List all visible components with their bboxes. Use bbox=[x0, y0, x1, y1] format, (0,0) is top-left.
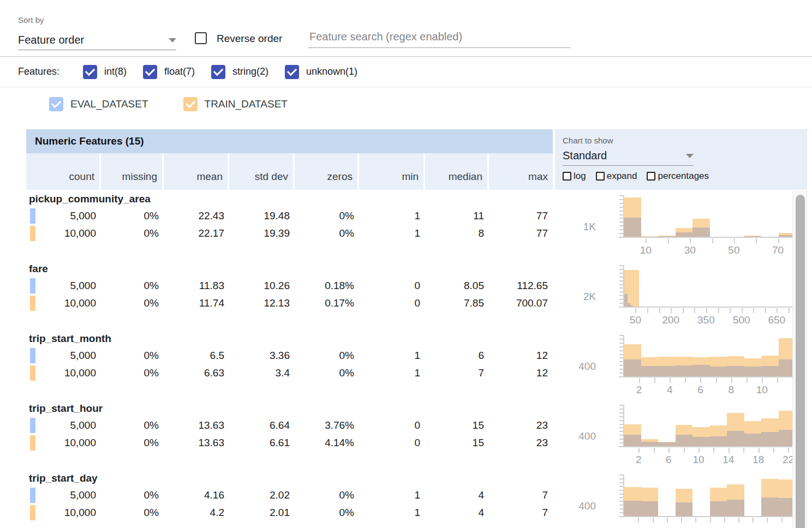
dataset-swatch bbox=[30, 435, 35, 451]
stat-value: 22.43 bbox=[164, 207, 229, 225]
checkbox-icon[interactable] bbox=[596, 172, 605, 181]
x-axis-tick bbox=[759, 448, 760, 453]
stat-value: 12 bbox=[489, 347, 553, 364]
x-axis-tick bbox=[681, 518, 682, 523]
stat-value: 1 bbox=[359, 504, 425, 521]
stat-value: 0% bbox=[101, 434, 164, 452]
stat-value: 11.83 bbox=[164, 277, 229, 295]
x-axis bbox=[619, 376, 796, 377]
feature-type-filter[interactable]: float(7) bbox=[143, 65, 195, 79]
feature-type-label: int(8) bbox=[104, 66, 127, 77]
x-axis-label: 10 bbox=[750, 384, 774, 396]
checkbox-icon[interactable] bbox=[647, 172, 655, 181]
x-axis-tick bbox=[753, 308, 754, 313]
dataset-toggle[interactable]: TRAIN_DATASET bbox=[183, 97, 288, 111]
x-axis-tick bbox=[742, 308, 743, 313]
table-row: 5,0000%6.53.360%1612 bbox=[26, 347, 553, 364]
dataset-swatch bbox=[30, 348, 35, 363]
y-axis-tick bbox=[619, 343, 623, 344]
stat-value: 6 bbox=[425, 347, 489, 364]
stat-value: 0% bbox=[101, 277, 164, 295]
chart-option-toggle[interactable]: expand bbox=[596, 171, 637, 182]
eval-overlap-bar bbox=[676, 232, 693, 237]
y-axis-tick bbox=[619, 350, 623, 351]
dataset-toggle[interactable]: EVAL_DATASET bbox=[49, 97, 148, 111]
y-axis-tick bbox=[619, 482, 623, 483]
stat-value: 2.02 bbox=[229, 487, 295, 504]
stat-value: 15 bbox=[425, 434, 489, 452]
y-axis-tick bbox=[619, 346, 623, 347]
stat-value: 1 bbox=[359, 207, 425, 225]
chart-panel: Chart to show Standard logexpandpercenta… bbox=[555, 129, 807, 190]
reverse-order-checkbox[interactable] bbox=[195, 32, 207, 44]
x-axis-tick bbox=[667, 518, 668, 523]
search-input[interactable] bbox=[308, 27, 570, 48]
x-axis-tick bbox=[700, 378, 701, 383]
dataset-swatch bbox=[30, 208, 35, 224]
x-axis-tick bbox=[684, 448, 685, 453]
y-axis-tick bbox=[619, 420, 623, 421]
x-axis-label: 10 bbox=[634, 244, 658, 256]
chart-type-dropdown[interactable]: Standard bbox=[563, 146, 694, 166]
y-axis-tick bbox=[619, 277, 623, 278]
stat-value: 1 bbox=[359, 364, 425, 382]
stat-value: 22.17 bbox=[164, 225, 229, 242]
x-axis-label: 6 bbox=[688, 384, 712, 396]
y-axis-tick bbox=[619, 225, 623, 226]
sort-by-label: Sort by bbox=[18, 15, 44, 25]
x-axis-label: 200 bbox=[659, 314, 683, 326]
eval-overlap-bar bbox=[761, 366, 779, 376]
checkbox-icon[interactable] bbox=[211, 65, 225, 79]
eval-overlap-bar bbox=[710, 436, 727, 446]
checkbox-icon[interactable] bbox=[563, 172, 571, 181]
y-axis-tick bbox=[619, 486, 623, 487]
stat-value: 0 bbox=[359, 417, 425, 434]
chart-option-toggle[interactable]: log bbox=[563, 171, 586, 182]
scrollbar-thumb[interactable] bbox=[796, 195, 805, 528]
stat-value: 5,000 bbox=[26, 347, 101, 364]
y-axis-tick bbox=[619, 211, 623, 212]
stat-value: 1 bbox=[359, 487, 425, 504]
dataset-label: TRAIN_DATASET bbox=[205, 98, 288, 110]
feature-type-filter[interactable]: unknown(1) bbox=[285, 65, 357, 79]
x-axis-tick bbox=[734, 238, 735, 243]
x-axis-tick bbox=[778, 238, 779, 243]
stat-value: 15 bbox=[425, 417, 489, 434]
x-axis-tick bbox=[638, 448, 640, 453]
checkbox-icon[interactable] bbox=[83, 65, 97, 79]
x-axis-tick bbox=[647, 308, 648, 313]
column-header: std dev bbox=[229, 153, 295, 190]
x-axis-label: 6 bbox=[656, 454, 680, 466]
feature-type-filter[interactable]: string(2) bbox=[211, 65, 268, 79]
x-axis-label: 30 bbox=[678, 244, 702, 256]
chart-option-toggle[interactable]: percentages bbox=[647, 171, 709, 182]
stat-value: 0% bbox=[101, 225, 164, 242]
eval-overlap-bar bbox=[761, 497, 779, 516]
checkbox-icon[interactable] bbox=[285, 65, 299, 79]
y-axis-tick bbox=[619, 416, 623, 417]
checkbox-icon[interactable] bbox=[143, 65, 157, 79]
x-axis-label: 350 bbox=[694, 314, 718, 326]
stat-value: 4 bbox=[425, 487, 489, 504]
stat-value: 10,000 bbox=[26, 364, 101, 382]
eval-overlap-bar bbox=[624, 218, 641, 237]
stat-value: 3.4 bbox=[229, 364, 295, 382]
y-axis-tick bbox=[619, 427, 623, 428]
vertical-scrollbar[interactable] bbox=[792, 190, 807, 528]
checkbox-icon[interactable] bbox=[183, 97, 198, 111]
stat-value: 4 bbox=[425, 504, 489, 521]
y-axis-label: 400 bbox=[562, 500, 596, 512]
eval-overlap-bar bbox=[744, 434, 762, 446]
x-axis-label: 14 bbox=[717, 454, 741, 466]
stat-value: 0% bbox=[101, 347, 164, 364]
checkbox-icon[interactable] bbox=[49, 97, 63, 111]
y-axis-tick bbox=[619, 369, 623, 370]
x-axis-tick bbox=[710, 518, 711, 523]
x-axis-label: 2 bbox=[627, 384, 651, 396]
x-axis-label: 50 bbox=[623, 314, 647, 326]
feature-type-filter[interactable]: int(8) bbox=[83, 65, 127, 79]
dataset-swatch bbox=[30, 226, 35, 241]
stat-value: 0% bbox=[101, 487, 164, 504]
stat-value: 7.85 bbox=[425, 295, 489, 312]
sort-dropdown[interactable]: Feature order bbox=[18, 31, 176, 50]
